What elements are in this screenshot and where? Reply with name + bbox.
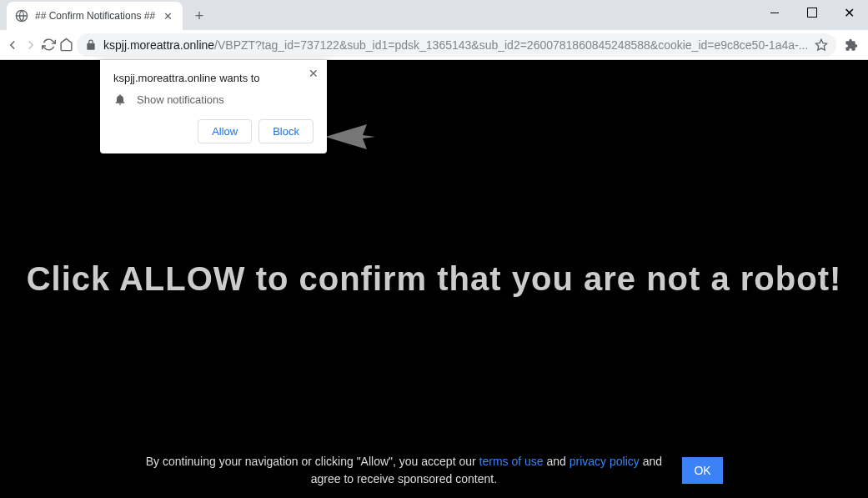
- bookmark-star-icon[interactable]: [815, 38, 828, 52]
- page-headline: Click ALLOW to confirm that you are not …: [10, 260, 859, 298]
- svg-marker-11: [325, 124, 375, 149]
- url-text: kspjj.moreattra.online/VBPZT?tag_id=7371…: [103, 38, 808, 52]
- browser-tab[interactable]: ## Confirm Notifications ## ✕: [7, 2, 183, 30]
- reload-button[interactable]: [42, 33, 56, 57]
- notification-permission-prompt: ✕ kspjj.moreattra.online wants to Show n…: [100, 60, 327, 153]
- privacy-link[interactable]: privacy policy: [569, 455, 640, 468]
- cookie-text: By continuing your navigation or clickin…: [145, 453, 662, 488]
- tab-close-icon[interactable]: ✕: [162, 8, 174, 24]
- extensions-icon[interactable]: [840, 33, 863, 57]
- prompt-permission-row: Show notifications: [113, 93, 314, 106]
- cookie-and1: and: [544, 455, 569, 468]
- cookie-ok-button[interactable]: OK: [682, 457, 722, 484]
- allow-button[interactable]: Allow: [198, 119, 252, 143]
- bell-icon: [113, 93, 127, 106]
- window-close-button[interactable]: ✕: [830, 0, 868, 25]
- url-host: kspjj.moreattra.online: [103, 38, 214, 52]
- window-controls: ✕: [755, 0, 868, 25]
- back-button[interactable]: [5, 33, 20, 57]
- block-button[interactable]: Block: [258, 119, 314, 143]
- prompt-close-icon[interactable]: ✕: [309, 67, 319, 80]
- prompt-origin-text: kspjj.moreattra.online wants to: [113, 72, 314, 84]
- tab-title: ## Confirm Notifications ##: [35, 10, 155, 22]
- forward-button[interactable]: [23, 33, 38, 57]
- browser-toolbar: kspjj.moreattra.online/VBPZT?tag_id=7371…: [0, 30, 868, 60]
- terms-link[interactable]: terms of use: [479, 455, 544, 468]
- new-tab-button[interactable]: +: [188, 4, 211, 28]
- prompt-permission-label: Show notifications: [137, 93, 224, 106]
- url-path: /VBPZT?tag_id=737122&sub_id1=pdsk_136514…: [214, 38, 808, 52]
- browser-titlebar: ## Confirm Notifications ## ✕ + ✕: [0, 0, 868, 30]
- window-minimize-button[interactable]: [755, 0, 793, 25]
- svg-marker-1: [816, 39, 827, 50]
- lock-icon: [85, 39, 97, 51]
- globe-icon: [15, 9, 28, 23]
- page-content: ✕ kspjj.moreattra.online wants to Show n…: [0, 60, 868, 498]
- window-maximize-button[interactable]: [793, 0, 830, 25]
- cookie-consent-bar: By continuing your navigation or clickin…: [0, 453, 868, 488]
- cookie-text-before: By continuing your navigation or clickin…: [146, 455, 479, 468]
- home-button[interactable]: [59, 33, 73, 57]
- labs-icon[interactable]: [865, 33, 868, 57]
- address-bar[interactable]: kspjj.moreattra.online/VBPZT?tag_id=7371…: [77, 33, 836, 57]
- extension-area: [840, 33, 868, 57]
